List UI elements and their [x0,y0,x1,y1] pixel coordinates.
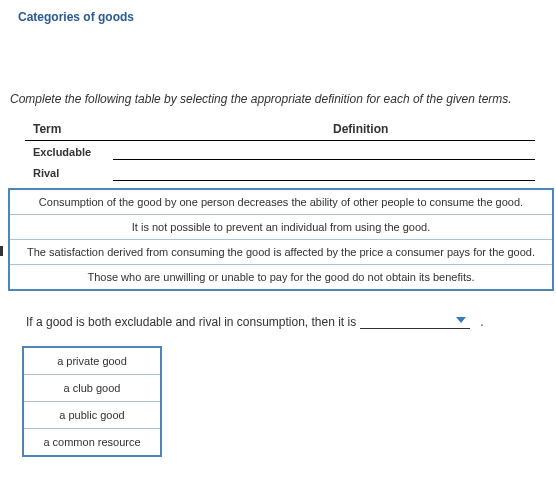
header-term: Term [25,122,333,136]
term-definition-table: Term Definition Excludable Rival [25,118,535,183]
good-type-blank[interactable] [360,314,470,329]
good-type-dropdown-panel[interactable]: a private good a club good a public good… [22,346,162,457]
table-row: Excludable [25,141,535,162]
sentence-suffix: . [480,315,483,329]
good-type-option[interactable]: a private good [24,348,160,375]
instruction-text: Complete the following table by selectin… [10,92,512,106]
definition-blank-excludable[interactable] [113,145,535,160]
good-type-option[interactable]: a club good [24,375,160,402]
definition-blank-rival[interactable] [113,166,535,181]
definition-option[interactable]: Consumption of the good by one person de… [10,190,552,215]
definition-dropdown-panel[interactable]: Consumption of the good by one person de… [8,188,554,291]
header-definition: Definition [333,122,535,136]
page-title: Categories of goods [18,10,134,24]
chevron-down-icon [456,317,466,323]
fill-sentence: If a good is both excludable and rival i… [26,314,484,329]
term-cell-rival: Rival [25,167,113,179]
definition-option[interactable]: It is not possible to prevent an individ… [10,215,552,240]
term-cell-excludable: Excludable [25,146,113,158]
definition-option[interactable]: Those who are unwilling or unable to pay… [10,265,552,289]
good-type-option[interactable]: a public good [24,402,160,429]
good-type-option[interactable]: a common resource [24,429,160,455]
sentence-prefix: If a good is both excludable and rival i… [26,315,356,329]
edge-tick [0,246,3,256]
table-header-row: Term Definition [25,118,535,141]
definition-option[interactable]: The satisfaction derived from consuming … [10,240,552,265]
table-row: Rival [25,162,535,183]
